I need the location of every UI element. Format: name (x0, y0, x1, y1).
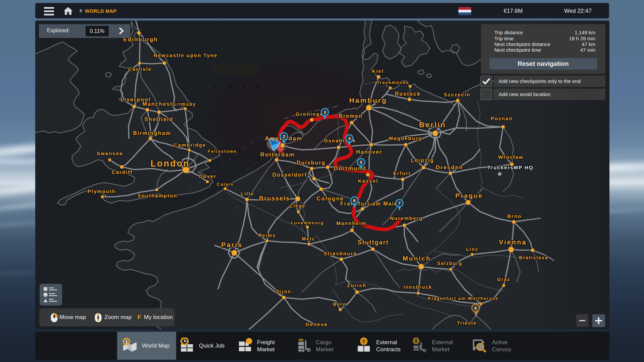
svg-text:Salzburg: Salzburg (437, 261, 462, 266)
svg-text:Bratislava: Bratislava (519, 255, 548, 260)
svg-text:Brno: Brno (507, 213, 522, 219)
svg-text:Frankfurt am Main: Frankfurt am Main (340, 201, 398, 207)
svg-text:Geneva: Geneva (305, 321, 328, 327)
svg-text:Cambridge: Cambridge (174, 142, 206, 148)
svg-text:Travemünde: Travemünde (377, 80, 409, 85)
svg-text:Birmingham: Birmingham (133, 130, 171, 136)
svg-text:Magdeburg: Magdeburg (389, 135, 422, 141)
svg-text:4: 4 (348, 136, 351, 141)
svg-text:Innsbruck: Innsbruck (404, 284, 432, 290)
svg-text:Kassel: Kassel (358, 178, 378, 184)
svg-text:Dresden: Dresden (436, 164, 463, 171)
svg-text:Kiel: Kiel (372, 68, 384, 74)
svg-text:Linz: Linz (466, 246, 478, 252)
svg-text:Stuttgart: Stuttgart (358, 239, 389, 246)
svg-text:Swansea: Swansea (97, 150, 123, 156)
svg-text:Rotterdam: Rotterdam (260, 151, 295, 158)
svg-text:Dijon: Dijon (276, 289, 291, 294)
svg-text:Prague: Prague (455, 192, 483, 199)
svg-text:Poznań: Poznań (491, 116, 512, 121)
svg-text:Mannheim: Mannheim (336, 220, 366, 226)
svg-text:Brussels: Brussels (259, 195, 290, 202)
svg-text:Leipzig: Leipzig (411, 157, 434, 163)
svg-text:Nuremberg: Nuremberg (390, 215, 423, 221)
svg-text:+: + (478, 300, 482, 307)
svg-text:Plymouth: Plymouth (88, 188, 116, 194)
svg-text:Grimsby: Grimsby (172, 101, 196, 107)
svg-text:3: 3 (324, 110, 326, 115)
svg-text:Berlin: Berlin (419, 121, 446, 129)
svg-text:Cardiff: Cardiff (112, 169, 133, 175)
svg-text:Sheffield: Sheffield (144, 117, 173, 122)
svg-text:Lille: Lille (241, 191, 254, 196)
svg-text:Erfurt: Erfurt (393, 170, 411, 176)
svg-text:Wrocław: Wrocław (498, 154, 523, 160)
svg-text:Graz: Graz (497, 277, 510, 282)
svg-text:Munich: Munich (403, 255, 431, 262)
svg-text:Newcastle upon Tyne: Newcastle upon Tyne (154, 52, 217, 58)
svg-text:Hamburg: Hamburg (349, 96, 387, 104)
svg-text:5: 5 (360, 160, 362, 165)
svg-text:8: 8 (474, 306, 477, 311)
svg-text:Bern: Bern (333, 302, 346, 307)
svg-text:Calais: Calais (217, 182, 234, 187)
svg-text:Düsseldorf: Düsseldorf (272, 172, 307, 178)
svg-text:Vienna: Vienna (499, 238, 527, 246)
svg-text:6: 6 (353, 198, 355, 203)
svg-text:Reims: Reims (258, 233, 276, 238)
svg-text:Zürich: Zürich (347, 282, 366, 288)
svg-text:Strasbourg: Strasbourg (324, 251, 357, 256)
svg-text:Dover: Dover (199, 173, 217, 179)
svg-text:Paris: Paris (221, 241, 243, 248)
svg-text:Southampton: Southampton (138, 193, 178, 198)
svg-text:TruckersMP HQ: TruckersMP HQ (487, 165, 533, 170)
svg-text:Trieste: Trieste (457, 320, 477, 326)
svg-text:Bremen: Bremen (339, 113, 363, 119)
svg-text:Klagenfurt am Wörthersee: Klagenfurt am Wörthersee (428, 296, 499, 301)
svg-text:London: London (151, 159, 190, 169)
svg-text:Luxembourg: Luxembourg (291, 220, 324, 225)
svg-text:2: 2 (283, 134, 285, 139)
svg-text:Liège: Liège (290, 203, 306, 209)
svg-text:Duisburg: Duisburg (297, 160, 326, 166)
svg-text:7: 7 (398, 201, 400, 206)
svg-text:Szczecin: Szczecin (444, 92, 470, 97)
svg-text:Metz: Metz (302, 236, 315, 241)
svg-text:Carlisle: Carlisle (128, 66, 152, 72)
svg-text:Hanover: Hanover (356, 149, 382, 155)
svg-text:Felixstowe: Felixstowe (208, 149, 237, 154)
svg-text:Rostock: Rostock (395, 91, 420, 97)
